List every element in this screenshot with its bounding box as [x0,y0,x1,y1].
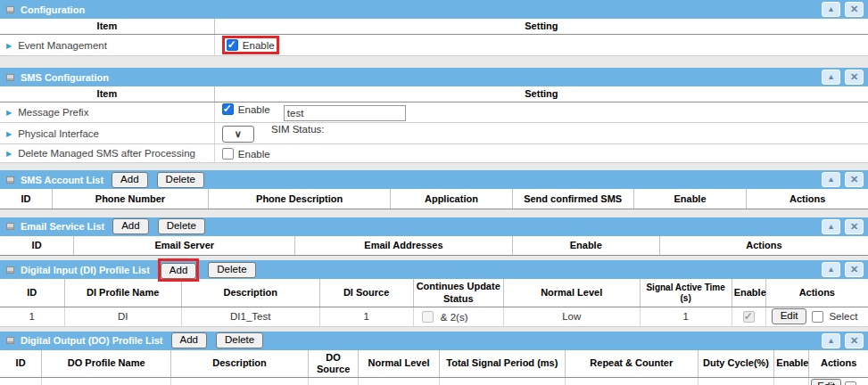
collapse-icon[interactable]: ▴ [822,333,840,348]
delete-button[interactable]: Delete [157,172,204,188]
do-profile-table: ID DO Profile Name Description DO Source… [0,350,868,385]
cell-description: DI1_Test [181,307,319,326]
collapse-icon[interactable]: ▴ [822,70,840,85]
section-configuration: Configuration ▴ ✕ Item Setting ▶Event Ma… [0,0,868,56]
section-email-service-list: Email Service List Add Delete ▴ ✕ ID Ema… [0,217,868,257]
section-header-do-profile-list: Digital Output (DO) Profile List Add Del… [0,332,868,350]
collapse-icon[interactable]: ▴ [822,172,840,187]
check-icon: ✓ [223,102,232,115]
select-checkbox[interactable] [812,311,823,323]
column-header: ID [0,279,64,307]
close-icon[interactable]: ✕ [845,172,864,187]
add-button[interactable]: Add [161,263,196,279]
sms-configuration-table: Item Setting ▶Message Prefix ✓Enable ▶Ph… [0,86,868,163]
column-header: Description [181,279,319,307]
row-event-management: ▶Event Management ✓Enable [0,35,868,56]
close-icon[interactable]: ✕ [845,333,864,348]
event-management-label: Event Management [18,40,107,51]
message-prefix-input[interactable] [284,105,406,121]
column-header: Phone Number [52,189,208,209]
section-header-email-service-list: Email Service List Add Delete ▴ ✕ [0,217,868,236]
cell-normal-level: Low [503,307,640,326]
close-icon[interactable]: ✕ [845,262,864,277]
add-button[interactable]: Add [112,172,147,188]
section-sms-configuration: SMS Configuration ▴ ✕ Item Setting ▶Mess… [0,68,868,163]
sim-status-label: SIM Status: [271,124,324,135]
window-icon [6,6,14,13]
delete-button[interactable]: Delete [208,262,255,278]
physical-interface-label: Physical Interface [18,128,99,139]
cell-normal-level: Low [359,378,439,385]
row-arrow-icon: ▶ [6,42,12,50]
collapse-icon[interactable]: ▴ [822,2,840,17]
section-title: Configuration [21,4,85,15]
collapse-icon[interactable]: ▴ [822,219,840,234]
section-title: Email Service List [21,221,104,232]
close-icon[interactable]: ✕ [845,219,864,234]
column-header: Signal Active Time (s) [640,279,732,307]
section-di-profile-list: Digital Input (DI) Profile List Add Dele… [0,260,868,326]
cell-id: 1 [0,307,64,326]
collapse-icon[interactable]: ▴ [822,262,840,277]
cell-do-profile-name: FAN [42,378,171,385]
cell-description: FANONOFF [171,378,309,385]
physical-interface-dropdown[interactable]: ∨ [222,126,254,143]
column-header: Phone Description [209,189,391,209]
column-header: Actions [659,236,868,256]
cell-di-source: 1 [319,307,413,326]
add-button[interactable]: Add [112,218,148,234]
section-header-di-profile-list: Digital Input (DI) Profile List Add Dele… [0,260,868,279]
edit-button[interactable]: Edit [772,308,807,324]
message-prefix-enable-checkbox[interactable]: ✓ [222,103,234,115]
column-header: DI Profile Name [64,279,181,307]
column-header: Total Signal Period (ms) [439,350,565,378]
column-header: Send confirmed SMS [512,189,633,209]
column-header: Enable [774,350,809,378]
section-title: Digital Output (DO) Profile List [21,335,163,346]
close-icon[interactable]: ✕ [845,2,864,17]
cell-signal-active-time: 1 [640,307,732,326]
column-header: Duty Cycle(%) [698,350,774,378]
window-icon [6,223,14,230]
select-label: Select [829,311,857,322]
row-arrow-icon: ▶ [6,109,12,117]
column-header-item: Item [0,86,214,102]
section-do-profile-list: Digital Output (DO) Profile List Add Del… [0,332,868,385]
window-icon [6,176,14,184]
delete-managed-sms-enable-checkbox[interactable] [222,148,234,160]
check-icon: ✓ [744,310,753,323]
column-header: Email Addresses [295,236,512,256]
table-row-di-1: 1 DI DI1_Test 1 & 2(s) Low 1 ✓ Edit Sele… [0,307,868,326]
column-header: Email Server [74,236,295,256]
section-header-sms-account-list: SMS Account List Add Delete ▴ ✕ [0,170,868,189]
add-button[interactable]: Add [171,332,207,348]
column-header-setting: Setting [214,19,868,35]
enable-label: Enable [238,104,270,115]
event-management-enable-checkbox[interactable]: ✓ [227,39,238,51]
cell-id: 1 [0,378,42,385]
cell-do-source: 1 [308,378,358,385]
chevron-down-icon: ∨ [235,128,242,139]
section-header-sms-configuration: SMS Configuration ▴ ✕ [0,68,868,86]
message-prefix-label: Message Prefix [18,107,88,118]
column-header: Enable [512,236,659,256]
column-header: ID [0,189,52,209]
column-header: Continues Update Status [413,279,503,307]
select-checkbox[interactable] [845,381,856,385]
column-header: Repeat & Counter [565,350,698,378]
column-header-setting: Setting [214,86,868,102]
column-header: Actions [747,189,868,209]
delete-button[interactable]: Delete [158,218,205,234]
section-title: SMS Account List [21,175,103,185]
edit-button[interactable]: Edit [811,379,841,385]
continues-update-checkbox [422,311,434,323]
row-delete-managed-sms: ▶Delete Managed SMS after Processing Ena… [0,144,868,163]
delete-button[interactable]: Delete [216,332,263,348]
column-header: Actions [765,279,868,307]
window-icon [6,337,14,344]
sms-account-table: ID Phone Number Phone Description Applic… [0,189,868,209]
close-icon[interactable]: ✕ [845,70,864,85]
enable-label: Enable [238,149,270,160]
cell-duty-cycle: 100 [698,378,774,385]
check-icon: ✓ [227,38,236,51]
